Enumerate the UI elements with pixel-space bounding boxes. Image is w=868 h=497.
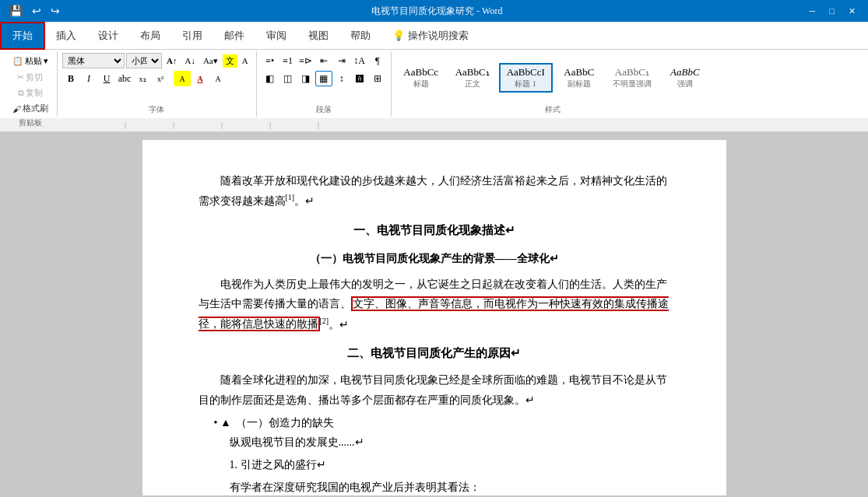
format-painter-button[interactable]: 🖌 格式刷 bbox=[9, 101, 51, 116]
list-buttons-row: ≡• ≡1 ≡⊳ ⇤ ⇥ ↕A ¶ bbox=[262, 53, 386, 68]
minimize-button[interactable]: ─ bbox=[803, 5, 822, 18]
tab-references[interactable]: 引用 bbox=[171, 22, 213, 50]
tab-layout[interactable]: 布局 bbox=[129, 22, 171, 50]
underline-button[interactable]: U bbox=[98, 71, 115, 86]
text-highlight-button[interactable]: A bbox=[174, 71, 191, 86]
font-color-highlight[interactable]: 文 bbox=[223, 54, 237, 68]
style-heading1-button[interactable]: AaBbCcI 标题 1 bbox=[499, 63, 553, 93]
bullet-list-button[interactable]: ≡• bbox=[262, 53, 279, 68]
document-page[interactable]: 随着改革开放和现代化建设的步伐越来越大，人们经济生活富裕起来之后，对精神文化生活… bbox=[142, 140, 726, 495]
align-right-button[interactable]: ◨ bbox=[297, 71, 315, 86]
close-button[interactable]: ✕ bbox=[842, 5, 862, 18]
shading-button[interactable]: 🅰 bbox=[351, 71, 368, 86]
style-normal-button[interactable]: AaBbCc 标题 bbox=[396, 64, 446, 92]
tab-review[interactable]: 审阅 bbox=[255, 22, 297, 50]
font-case-button[interactable]: Aa▾ bbox=[200, 54, 221, 68]
paste-icon: 📋 bbox=[12, 56, 23, 66]
undo-icon[interactable]: ↩ bbox=[29, 3, 44, 19]
heading-section2: 二、电视节目同质化产生的原因↵ bbox=[199, 343, 670, 364]
heading-section1: 一、电视节目同质化现象描述↵ bbox=[199, 220, 670, 241]
paste-button[interactable]: 📋 粘贴 ▾ bbox=[9, 53, 52, 69]
strikethrough-button[interactable]: abc bbox=[116, 71, 133, 86]
cut-button[interactable]: ✂ 剪切 bbox=[14, 70, 46, 85]
style-normal-label: 标题 bbox=[413, 79, 429, 89]
style-subtle-preview: AaBbC₁ bbox=[615, 66, 649, 79]
clear-format-button[interactable]: A bbox=[239, 54, 251, 67]
font-color-button[interactable]: A bbox=[192, 71, 209, 86]
subscript-button[interactable]: x₂ bbox=[134, 71, 151, 86]
style-body-label: 正文 bbox=[465, 79, 480, 89]
style-h1-label: 标题 1 bbox=[515, 79, 536, 89]
ribbon-content: 📋 粘贴 ▾ ✂ 剪切 ⧉ 复制 🖌 格式刷 bbox=[0, 50, 868, 118]
line-spacing-button[interactable]: ↕ bbox=[333, 71, 350, 86]
style-subtle-button[interactable]: AaBbC₁ 不明显强调 bbox=[606, 64, 659, 92]
sub-item-history: 纵观电视节目的发展史......↵ bbox=[230, 432, 670, 452]
font-group-label: 字体 bbox=[62, 103, 251, 115]
format-painter-icon: 🖌 bbox=[12, 104, 21, 114]
font-name-select[interactable]: 黑体 bbox=[62, 53, 125, 68]
document-title: 电视节目同质化现象研究 - Word bbox=[74, 5, 800, 18]
bullet-marker: • ▲ bbox=[214, 413, 231, 432]
decrease-indent-button[interactable]: ⇤ bbox=[315, 53, 332, 68]
style-body-preview: AaBbC₁ bbox=[455, 66, 490, 79]
highlighted-text: 文字、图像、声音等信息，而电视作为一种快速有效的集成传播途径，能将信息快速的散播 bbox=[199, 296, 669, 331]
style-heading2-button[interactable]: AaBbC 副标题 bbox=[554, 64, 604, 92]
search-icon: 💡 bbox=[392, 30, 405, 42]
tab-insert[interactable]: 插入 bbox=[45, 22, 87, 50]
bold-button[interactable]: B bbox=[62, 71, 79, 86]
multilevel-list-button[interactable]: ≡⊳ bbox=[297, 53, 315, 68]
copy-button[interactable]: ⧉ 复制 bbox=[15, 86, 46, 100]
styles-group: AaBbCc 标题 AaBbC₁ 正文 AaBbCcI 标题 1 AaBbC 副… bbox=[392, 51, 715, 117]
style-emphasis-button[interactable]: AaBbC 强调 bbox=[660, 64, 710, 92]
paragraph-group-label: 段落 bbox=[262, 103, 386, 115]
tab-help[interactable]: 帮助 bbox=[339, 22, 381, 50]
font-group: 黑体 小四 A↑ A↓ Aa▾ 文 A B I U abc x₂ x² A bbox=[58, 51, 257, 117]
justify-button[interactable]: ▦ bbox=[315, 71, 332, 86]
paragraph-group: ≡• ≡1 ≡⊳ ⇤ ⇥ ↕A ¶ ◧ ◫ ◨ ▦ ↕ 🅰 ⊞ 段落 bbox=[257, 51, 392, 117]
tab-search[interactable]: 💡 操作说明搜索 bbox=[381, 22, 480, 50]
tab-mailings[interactable]: 邮件 bbox=[213, 22, 255, 50]
clipboard-group: 📋 粘贴 ▾ ✂ 剪切 ⧉ 复制 🖌 格式刷 bbox=[3, 51, 58, 117]
italic-button[interactable]: I bbox=[80, 71, 97, 86]
style-normal-preview: AaBbCc bbox=[403, 66, 438, 79]
style-h1-preview: AaBbCcI bbox=[507, 66, 545, 79]
sub-item-import: 1. 引进之风的盛行↵ bbox=[230, 455, 670, 474]
font-selector-row: 黑体 小四 A↑ A↓ Aa▾ 文 A bbox=[62, 53, 251, 68]
style-subtle-label: 不明显强调 bbox=[613, 79, 652, 89]
tab-design[interactable]: 设计 bbox=[87, 22, 129, 50]
heading-section1-1: （一）电视节目同质化现象产生的背景——全球化↵ bbox=[199, 249, 670, 268]
paste-dropdown-icon: ▾ bbox=[44, 56, 48, 66]
number-list-button[interactable]: ≡1 bbox=[279, 53, 297, 68]
ruler: | | | | | bbox=[0, 118, 868, 132]
superscript-button[interactable]: x² bbox=[152, 71, 169, 86]
window-controls: ─ □ ✕ bbox=[803, 5, 862, 18]
paragraph-tv-history: 电视作为人类历史上最伟大的发明之一，从它诞生之日起就在改变着人们的生活。人类的生… bbox=[199, 275, 670, 334]
tab-view[interactable]: 视图 bbox=[297, 22, 339, 50]
styles-group-label: 样式 bbox=[396, 103, 710, 115]
border-button[interactable]: ⊞ bbox=[369, 71, 386, 86]
char-shade-button[interactable]: A bbox=[209, 71, 227, 86]
ribbon-tabs: 开始 插入 设计 布局 引用 邮件 审阅 视图 帮助 💡 操作说明搜索 bbox=[0, 22, 868, 50]
show-marks-button[interactable]: ¶ bbox=[369, 53, 386, 68]
shrink-font-button[interactable]: A↓ bbox=[181, 54, 198, 67]
clipboard-secondary: ✂ 剪切 bbox=[14, 70, 46, 85]
style-h2-label: 副标题 bbox=[568, 79, 591, 89]
clipboard-label: 剪贴板 bbox=[8, 116, 52, 128]
align-center-button[interactable]: ◫ bbox=[279, 71, 297, 86]
style-h2-preview: AaBbC bbox=[564, 66, 594, 79]
redo-icon[interactable]: ↪ bbox=[47, 3, 63, 19]
sort-button[interactable]: ↕A bbox=[351, 53, 368, 68]
document-container: 随着改革开放和现代化建设的步伐越来越大，人们经济生活富裕起来之后，对精神文化生活… bbox=[0, 132, 868, 497]
title-bar: 💾 ↩ ↪ 电视节目同质化现象研究 - Word ─ □ ✕ bbox=[0, 0, 868, 22]
increase-indent-button[interactable]: ⇥ bbox=[333, 53, 350, 68]
font-size-select[interactable]: 小四 bbox=[126, 53, 162, 68]
grow-font-button[interactable]: A↑ bbox=[163, 54, 180, 67]
maximize-button[interactable]: □ bbox=[823, 5, 841, 18]
style-body-button[interactable]: AaBbC₁ 正文 bbox=[448, 64, 497, 92]
paragraph-intro: 随着改革开放和现代化建设的步伐越来越大，人们经济生活富裕起来之后，对精神文化生活… bbox=[199, 171, 670, 211]
align-left-button[interactable]: ◧ bbox=[262, 71, 279, 86]
save-icon[interactable]: 💾 bbox=[6, 3, 26, 19]
bullet-text: （一）创造力的缺失 bbox=[236, 413, 334, 432]
tab-home[interactable]: 开始 bbox=[0, 22, 45, 50]
bullet-creativity: • ▲ （一）创造力的缺失 bbox=[214, 413, 670, 432]
